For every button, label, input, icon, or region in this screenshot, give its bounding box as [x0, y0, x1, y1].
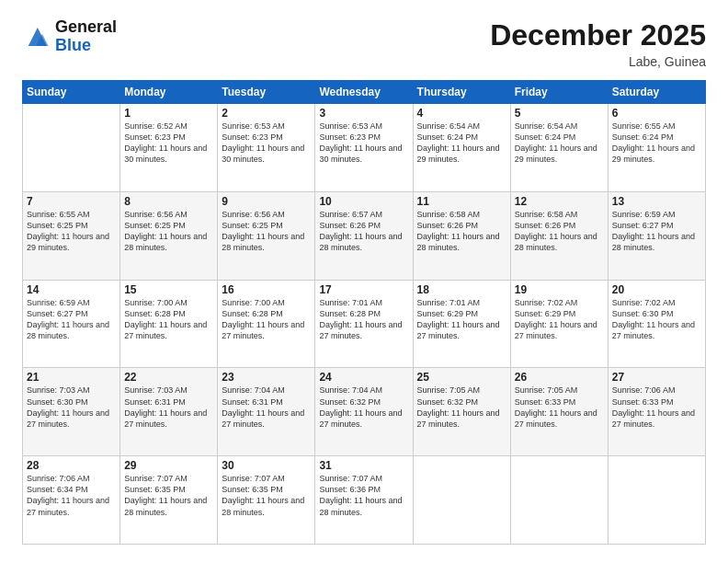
day-cell: 19Sunrise: 7:02 AM Sunset: 6:29 PM Dayli…	[510, 280, 608, 368]
logo: General Blue	[22, 18, 117, 55]
day-info: Sunrise: 7:06 AM Sunset: 6:34 PM Dayligh…	[27, 473, 116, 518]
day-cell: 24Sunrise: 7:04 AM Sunset: 6:32 PM Dayli…	[315, 368, 413, 456]
day-cell: 7Sunrise: 6:55 AM Sunset: 6:25 PM Daylig…	[23, 191, 120, 280]
day-cell: 11Sunrise: 6:58 AM Sunset: 6:26 PM Dayli…	[413, 191, 510, 280]
day-info: Sunrise: 7:03 AM Sunset: 6:30 PM Dayligh…	[27, 385, 116, 430]
title-block: December 2025 Labe, Guinea	[490, 18, 706, 69]
day-header-sunday: Sunday	[23, 81, 120, 104]
day-header-monday: Monday	[120, 81, 218, 104]
day-cell: 13Sunrise: 6:59 AM Sunset: 6:27 PM Dayli…	[608, 191, 705, 280]
day-number: 27	[612, 371, 701, 384]
day-info: Sunrise: 6:59 AM Sunset: 6:27 PM Dayligh…	[27, 297, 116, 342]
day-info: Sunrise: 7:01 AM Sunset: 6:29 PM Dayligh…	[417, 297, 506, 342]
calendar-body: 1Sunrise: 6:52 AM Sunset: 6:23 PM Daylig…	[23, 104, 706, 545]
day-number: 28	[27, 459, 116, 472]
day-number: 31	[319, 459, 408, 472]
day-cell: 5Sunrise: 6:54 AM Sunset: 6:24 PM Daylig…	[510, 104, 608, 192]
day-info: Sunrise: 7:07 AM Sunset: 6:35 PM Dayligh…	[124, 473, 213, 518]
day-cell: 6Sunrise: 6:55 AM Sunset: 6:24 PM Daylig…	[608, 104, 705, 192]
day-number: 22	[124, 371, 213, 384]
day-number: 3	[319, 107, 408, 120]
day-cell: 28Sunrise: 7:06 AM Sunset: 6:34 PM Dayli…	[23, 456, 120, 545]
calendar-table: SundayMondayTuesdayWednesdayThursdayFrid…	[22, 80, 706, 545]
day-number: 11	[417, 195, 506, 208]
week-row-2: 7Sunrise: 6:55 AM Sunset: 6:25 PM Daylig…	[23, 191, 706, 280]
day-number: 8	[124, 195, 213, 208]
day-number: 10	[319, 195, 408, 208]
day-number: 4	[417, 107, 506, 120]
day-info: Sunrise: 6:59 AM Sunset: 6:27 PM Dayligh…	[612, 209, 701, 254]
day-cell: 10Sunrise: 6:57 AM Sunset: 6:26 PM Dayli…	[315, 191, 413, 280]
day-number: 20	[612, 283, 701, 296]
day-cell: 9Sunrise: 6:56 AM Sunset: 6:25 PM Daylig…	[218, 191, 315, 280]
day-number: 29	[124, 459, 213, 472]
day-info: Sunrise: 6:58 AM Sunset: 6:26 PM Dayligh…	[417, 209, 506, 254]
day-info: Sunrise: 6:53 AM Sunset: 6:23 PM Dayligh…	[319, 121, 408, 166]
day-info: Sunrise: 7:07 AM Sunset: 6:35 PM Dayligh…	[222, 473, 311, 518]
day-number: 2	[222, 107, 311, 120]
header-row: SundayMondayTuesdayWednesdayThursdayFrid…	[23, 81, 706, 104]
logo-general: General	[55, 18, 117, 37]
day-cell: 1Sunrise: 6:52 AM Sunset: 6:23 PM Daylig…	[120, 104, 218, 192]
day-info: Sunrise: 6:58 AM Sunset: 6:26 PM Dayligh…	[515, 209, 604, 254]
day-info: Sunrise: 6:57 AM Sunset: 6:26 PM Dayligh…	[319, 209, 408, 254]
day-header-saturday: Saturday	[608, 81, 705, 104]
day-cell: 4Sunrise: 6:54 AM Sunset: 6:24 PM Daylig…	[413, 104, 510, 192]
day-info: Sunrise: 7:02 AM Sunset: 6:30 PM Dayligh…	[612, 297, 701, 342]
day-info: Sunrise: 7:06 AM Sunset: 6:33 PM Dayligh…	[612, 385, 701, 430]
day-info: Sunrise: 6:56 AM Sunset: 6:25 PM Dayligh…	[222, 209, 311, 254]
day-info: Sunrise: 7:01 AM Sunset: 6:28 PM Dayligh…	[319, 297, 408, 342]
day-number: 30	[222, 459, 311, 472]
day-cell	[413, 456, 510, 545]
day-number: 1	[124, 107, 213, 120]
day-cell: 3Sunrise: 6:53 AM Sunset: 6:23 PM Daylig…	[315, 104, 413, 192]
day-cell: 22Sunrise: 7:03 AM Sunset: 6:31 PM Dayli…	[120, 368, 218, 456]
day-info: Sunrise: 6:54 AM Sunset: 6:24 PM Dayligh…	[417, 121, 506, 166]
day-cell: 23Sunrise: 7:04 AM Sunset: 6:31 PM Dayli…	[218, 368, 315, 456]
day-info: Sunrise: 7:00 AM Sunset: 6:28 PM Dayligh…	[124, 297, 213, 342]
day-number: 17	[319, 283, 408, 296]
day-number: 23	[222, 371, 311, 384]
day-number: 13	[612, 195, 701, 208]
day-info: Sunrise: 7:05 AM Sunset: 6:32 PM Dayligh…	[417, 385, 506, 430]
day-header-wednesday: Wednesday	[315, 81, 413, 104]
day-number: 9	[222, 195, 311, 208]
day-cell: 31Sunrise: 7:07 AM Sunset: 6:36 PM Dayli…	[315, 456, 413, 545]
day-cell: 8Sunrise: 6:56 AM Sunset: 6:25 PM Daylig…	[120, 191, 218, 280]
day-cell: 14Sunrise: 6:59 AM Sunset: 6:27 PM Dayli…	[23, 280, 120, 368]
day-number: 18	[417, 283, 506, 296]
day-number: 12	[515, 195, 604, 208]
day-cell: 2Sunrise: 6:53 AM Sunset: 6:23 PM Daylig…	[218, 104, 315, 192]
day-cell: 12Sunrise: 6:58 AM Sunset: 6:26 PM Dayli…	[510, 191, 608, 280]
day-info: Sunrise: 7:00 AM Sunset: 6:28 PM Dayligh…	[222, 297, 311, 342]
day-info: Sunrise: 7:05 AM Sunset: 6:33 PM Dayligh…	[515, 385, 604, 430]
logo-icon	[22, 24, 51, 50]
day-cell	[608, 456, 705, 545]
week-row-5: 28Sunrise: 7:06 AM Sunset: 6:34 PM Dayli…	[23, 456, 706, 545]
week-row-4: 21Sunrise: 7:03 AM Sunset: 6:30 PM Dayli…	[23, 368, 706, 456]
day-info: Sunrise: 7:04 AM Sunset: 6:31 PM Dayligh…	[222, 385, 311, 430]
day-header-tuesday: Tuesday	[218, 81, 315, 104]
day-number: 21	[27, 371, 116, 384]
day-header-friday: Friday	[510, 81, 608, 104]
day-info: Sunrise: 6:55 AM Sunset: 6:25 PM Dayligh…	[27, 209, 116, 254]
day-cell: 17Sunrise: 7:01 AM Sunset: 6:28 PM Dayli…	[315, 280, 413, 368]
week-row-1: 1Sunrise: 6:52 AM Sunset: 6:23 PM Daylig…	[23, 104, 706, 192]
day-cell: 15Sunrise: 7:00 AM Sunset: 6:28 PM Dayli…	[120, 280, 218, 368]
day-number: 26	[515, 371, 604, 384]
day-number: 24	[319, 371, 408, 384]
day-info: Sunrise: 7:07 AM Sunset: 6:36 PM Dayligh…	[319, 473, 408, 518]
day-cell: 18Sunrise: 7:01 AM Sunset: 6:29 PM Dayli…	[413, 280, 510, 368]
header: General Blue December 2025 Labe, Guinea	[22, 18, 706, 69]
logo-text: General Blue	[55, 18, 117, 55]
day-cell: 29Sunrise: 7:07 AM Sunset: 6:35 PM Dayli…	[120, 456, 218, 545]
day-cell: 27Sunrise: 7:06 AM Sunset: 6:33 PM Dayli…	[608, 368, 705, 456]
day-cell: 20Sunrise: 7:02 AM Sunset: 6:30 PM Dayli…	[608, 280, 705, 368]
logo-blue: Blue	[55, 37, 117, 55]
day-number: 15	[124, 283, 213, 296]
day-info: Sunrise: 7:03 AM Sunset: 6:31 PM Dayligh…	[124, 385, 213, 430]
day-number: 6	[612, 107, 701, 120]
day-cell: 25Sunrise: 7:05 AM Sunset: 6:32 PM Dayli…	[413, 368, 510, 456]
day-number: 7	[27, 195, 116, 208]
day-info: Sunrise: 6:54 AM Sunset: 6:24 PM Dayligh…	[515, 121, 604, 166]
